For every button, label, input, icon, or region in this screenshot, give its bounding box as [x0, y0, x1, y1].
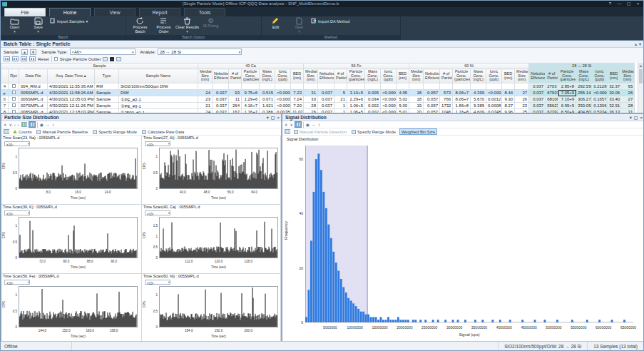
reject-checkbox[interactable] [12, 110, 16, 113]
table-cell[interactable] [440, 83, 453, 90]
column-header[interactable]: Data File [19, 69, 48, 83]
table-cell[interactable]: 0.1657 [592, 96, 608, 103]
table-cell[interactable]: 8.06+7 [453, 96, 471, 103]
table-cell[interactable]: 4/30/2021 11:58:26 AM [48, 90, 95, 96]
column-header[interactable]: BED (nm) [502, 69, 515, 83]
table-cell[interactable]: 0.037 [318, 103, 334, 109]
table-cell[interactable]: 0.037 [529, 90, 546, 96]
table-cell[interactable]: 67933 [546, 90, 558, 96]
tab-view[interactable]: View [94, 8, 136, 16]
table-cell[interactable]: ①PE_#2-1 [119, 96, 198, 103]
table-cell[interactable]: 0.002 [365, 109, 381, 113]
next-sample-icon[interactable]: ∨ [9, 122, 11, 128]
chart-plot-area[interactable] [19, 217, 138, 258]
signal-specify-range-toggle[interactable]: Specify Range Mode [350, 130, 397, 134]
table-cell[interactable]: <0.0000 [381, 96, 397, 103]
signal-float-icon[interactable]: ▢ [634, 114, 638, 121]
maximize-button[interactable]: ▢ [625, 1, 632, 6]
table-cell[interactable]: 7.20 [291, 103, 304, 109]
table-row[interactable]: 4004_RM.d4/30/2021 11:55:36 AMRMSiO2/100… [1, 83, 635, 90]
table-cell[interactable]: 26 [515, 96, 529, 103]
table-cell[interactable]: 0.034 [365, 96, 381, 103]
table-cell[interactable]: 0.037 [318, 90, 334, 96]
table-cell[interactable]: <0.0000 [275, 103, 291, 109]
table-cell[interactable]: <0.0000 [592, 90, 608, 96]
table-cell[interactable]: 23 [198, 96, 213, 103]
process-batch-button[interactable]: Process Batch [128, 17, 152, 35]
table-cell[interactable]: 18 [409, 90, 424, 96]
table-cell[interactable]: 4.16+7 [242, 103, 260, 109]
import-da-method-button[interactable]: Import DA Method [311, 18, 349, 24]
table-cell[interactable]: 11 [229, 96, 242, 103]
flag-icon[interactable] [110, 57, 114, 61]
column-header[interactable]: Median Size (nm) [198, 69, 213, 83]
column-header[interactable]: BED (nm) [291, 69, 304, 83]
table-cell[interactable] [318, 83, 334, 90]
table-cell[interactable]: 8.44 [502, 90, 515, 96]
table-cell[interactable]: 25 [515, 109, 529, 113]
table-row[interactable]: 8008SMPL.d4/30/2021 12:18:03 PMSample①25… [1, 109, 635, 113]
layout-single-icon[interactable] [4, 56, 10, 61]
table-cell[interactable]: <0.0000 [275, 96, 291, 103]
table-cell[interactable]: 20 [409, 109, 424, 113]
table-cell[interactable]: 32.37 [608, 83, 620, 90]
reject-checkbox[interactable] [12, 103, 16, 107]
sample-up-button[interactable]: ▲ [21, 49, 28, 55]
table-cell[interactable]: 6.50+9 [558, 109, 576, 113]
tab-file[interactable]: File [4, 8, 46, 16]
table-cell[interactable]: 0.057 [424, 96, 440, 103]
clear-results-button[interactable]: Clear Results▾ [175, 17, 199, 35]
table-row[interactable]: 7007SMPL.d4/30/2021 12:11:26 PMSample②PE… [1, 103, 635, 109]
column-header[interactable]: # of Particles [546, 69, 558, 83]
table-cell[interactable]: 0.037 [318, 96, 334, 103]
table-view-icon[interactable] [4, 129, 9, 134]
table-cell[interactable]: 0.037 [318, 109, 334, 113]
sample-type-select[interactable]: <All> [70, 49, 136, 55]
table-cell[interactable]: 4.609 [471, 109, 486, 113]
column-header[interactable]: Median Size (nm) [620, 69, 635, 83]
chart-plot-area[interactable] [159, 286, 278, 327]
column-header[interactable]: Particle Conc. (particles/L) [242, 69, 260, 83]
column-header[interactable]: Nebulization Efficiency [529, 69, 546, 83]
table-cell[interactable]: 95 [620, 83, 635, 90]
psd-float-icon[interactable]: ▢ [271, 114, 275, 121]
table-cell[interactable]: 9.389 [471, 103, 486, 109]
table-cell[interactable]: 8.27 [502, 103, 515, 109]
table-cell[interactable]: 26 [620, 90, 635, 96]
column-header[interactable]: Ionic Conc. (ppb) [486, 69, 502, 83]
reject-checkbox-cell[interactable] [9, 90, 19, 96]
table-cell[interactable]: 0.037 [529, 103, 546, 109]
new-method-button[interactable]: New▾ [287, 17, 311, 35]
table-cell[interactable]: 33 [304, 96, 318, 103]
column-header[interactable]: Particle Conc. (particles/L) [347, 69, 365, 83]
column-header[interactable]: # of Particles [440, 69, 453, 83]
table-cell[interactable]: 1.16+8 [453, 109, 471, 113]
psd-menu-icon[interactable]: ▾ [267, 114, 269, 121]
column-header[interactable]: Particle Conc. (particles/L) [558, 69, 576, 83]
column-header[interactable]: Ionic Conc. (ppb) [592, 69, 608, 83]
table-cell[interactable]: 4 [1, 83, 9, 90]
table-cell[interactable]: 1.06+5 [347, 109, 365, 113]
table-cell[interactable]: 62392 [546, 109, 558, 113]
table-cell[interactable]: 93 [229, 90, 242, 96]
table-cell[interactable]: 0.037 [529, 96, 546, 103]
psd-close-icon[interactable]: × [277, 114, 280, 121]
manual-baseline-toggle[interactable]: Manual Particle Baseline [35, 130, 89, 134]
outlier-checkbox[interactable] [54, 57, 58, 61]
table-cell[interactable]: <0.0000 [381, 109, 397, 113]
table-cell[interactable]: 006SMPL.d [19, 96, 48, 103]
table-cell[interactable]: 007SMPL.d [19, 103, 48, 109]
column-header[interactable] [1, 69, 9, 83]
table-cell[interactable]: 1 [334, 103, 347, 109]
table-cell[interactable]: 4/30/2021 12:11:26 PM [48, 103, 95, 109]
table-cell[interactable]: 31 [620, 109, 635, 113]
table-cell[interactable]: 255.142 [576, 90, 592, 96]
table-cell[interactable]: 3.10+5 [347, 90, 365, 96]
column-header[interactable]: Median Size (nm) [409, 69, 424, 83]
tab-tools[interactable]: Tools [184, 8, 225, 16]
chart-plot-area[interactable] [159, 148, 278, 189]
table-cell[interactable]: 7.24 [291, 96, 304, 103]
calculate-raw-toggle[interactable]: Calculate Raw Data [140, 130, 185, 134]
weighted-bin-toggle[interactable]: Weighted Bin Size [399, 128, 437, 135]
table-cell[interactable]: 28 [620, 103, 635, 109]
